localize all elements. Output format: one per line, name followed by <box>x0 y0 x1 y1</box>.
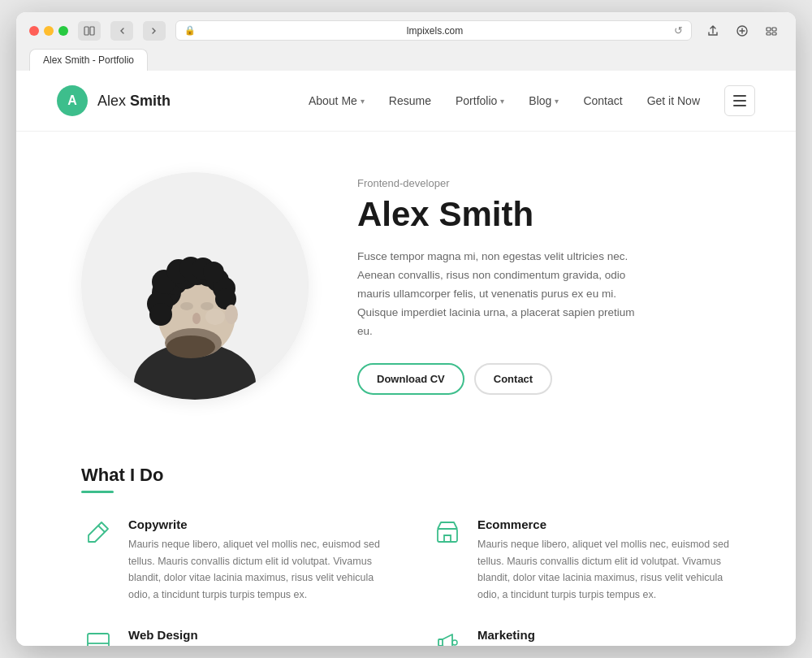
traffic-lights <box>29 26 68 36</box>
service-content-copywrite: Copywrite Mauris neque libero, aliquet v… <box>128 517 382 604</box>
svg-rect-0 <box>84 27 89 35</box>
menu-line-3 <box>733 105 746 106</box>
service-title-marketing: Marketing <box>477 628 731 642</box>
sidebar-toggle-button[interactable] <box>78 21 101 41</box>
nav-resume-link[interactable]: Resume <box>389 94 431 107</box>
nav-portfolio-link[interactable]: Portfolio <box>456 94 497 107</box>
navbar: A Alex Smith About Me ▾ <box>16 71 796 132</box>
browser-chrome: 🔒 lmpixels.com ↺ <box>16 12 796 71</box>
maximize-button[interactable] <box>58 26 68 36</box>
chevron-down-icon: ▾ <box>361 97 365 106</box>
brand-name-bold: Smith <box>130 93 171 109</box>
nav-about-link[interactable]: About Me <box>309 94 357 107</box>
nav-links-list: About Me ▾ Resume Portfolio ▾ <box>309 93 700 108</box>
service-desc-ecommerce: Mauris neque libero, aliquet vel mollis … <box>477 536 731 604</box>
nav-item-getit[interactable]: Get it Now <box>647 93 700 108</box>
section-title: What I Do <box>81 465 731 486</box>
nav-portfolio-dropdown[interactable]: Portfolio ▾ <box>456 94 504 107</box>
address-bar[interactable]: 🔒 lmpixels.com ↺ <box>175 20 692 41</box>
svg-point-27 <box>166 335 215 358</box>
pencil-icon <box>81 517 115 552</box>
hero-image-container <box>81 172 309 400</box>
reload-icon[interactable]: ↺ <box>674 24 683 37</box>
nav-about-dropdown[interactable]: About Me ▾ <box>309 94 365 107</box>
chevron-down-icon-3: ▾ <box>555 97 559 106</box>
download-cv-button[interactable]: Download CV <box>357 363 464 395</box>
browser-tabs: Alex Smith - Portfolio <box>29 49 783 71</box>
monitor-icon <box>81 628 115 647</box>
hero-title: Alex Smith <box>357 196 731 233</box>
nav-blog-link[interactable]: Blog <box>529 94 551 107</box>
forward-button[interactable] <box>143 21 166 41</box>
browser-actions <box>702 21 783 41</box>
brand-initial: A <box>67 93 77 108</box>
megaphone-icon <box>430 628 464 647</box>
service-item-ecommerce: Ecommerce Mauris neque libero, aliquet v… <box>430 517 731 604</box>
tabs-icon[interactable] <box>760 21 783 41</box>
url-text: lmpixels.com <box>201 25 669 37</box>
service-title-ecommerce: Ecommerce <box>477 517 731 531</box>
hero-content: Frontend-developer Alex Smith Fusce temp… <box>357 177 731 396</box>
svg-rect-5 <box>767 32 771 35</box>
nav-item-about[interactable]: About Me ▾ <box>309 94 365 107</box>
svg-rect-6 <box>772 32 776 35</box>
service-item-copywrite: Copywrite Mauris neque libero, aliquet v… <box>81 517 382 604</box>
browser-window: 🔒 lmpixels.com ↺ <box>16 12 796 646</box>
svg-rect-4 <box>772 28 776 31</box>
svg-point-25 <box>203 262 224 283</box>
hero-buttons: Download CV Contact <box>357 363 731 395</box>
svg-rect-1 <box>90 27 94 35</box>
svg-point-32 <box>205 309 225 325</box>
close-button[interactable] <box>29 26 39 36</box>
menu-line-2 <box>733 100 746 102</box>
svg-rect-34 <box>88 634 109 647</box>
brand-name: Alex Smith <box>97 93 171 110</box>
nav-item-resume[interactable]: Resume <box>389 93 431 108</box>
active-tab[interactable]: Alex Smith - Portfolio <box>29 49 148 71</box>
service-title-copywrite: Copywrite <box>128 517 382 531</box>
hero-section: Frontend-developer Alex Smith Fusce temp… <box>16 132 796 448</box>
new-tab-icon[interactable] <box>731 21 754 41</box>
svg-point-20 <box>149 303 172 326</box>
what-i-do-section: What I Do Copywrite Mauris neque libero,… <box>16 448 796 646</box>
nav-contact-link[interactable]: Contact <box>583 94 622 107</box>
share-icon[interactable] <box>702 21 724 41</box>
nav-item-portfolio[interactable]: Portfolio ▾ <box>456 94 504 107</box>
svg-point-30 <box>192 313 201 324</box>
svg-rect-3 <box>767 28 771 31</box>
brand-avatar: A <box>57 85 88 116</box>
svg-point-31 <box>225 305 238 324</box>
contact-button[interactable]: Contact <box>474 363 552 395</box>
nav-item-contact[interactable]: Contact <box>583 93 622 108</box>
page-content: A Alex Smith About Me ▾ <box>16 71 796 646</box>
svg-point-29 <box>201 302 214 310</box>
service-content-ecommerce: Ecommerce Mauris neque libero, aliquet v… <box>477 517 731 604</box>
minimize-button[interactable] <box>44 26 54 36</box>
menu-line-1 <box>733 95 746 97</box>
nav-right: About Me ▾ Resume Portfolio ▾ <box>309 85 755 116</box>
nav-getit-link[interactable]: Get it Now <box>647 94 700 107</box>
section-title-underline <box>81 491 114 493</box>
hero-description: Fusce tempor magna mi, non egestas velit… <box>357 248 650 341</box>
svg-point-35 <box>452 640 457 645</box>
service-content-webdesign: Web Design Mauris neque libero, aliquet … <box>128 628 382 647</box>
lock-icon: 🔒 <box>184 25 196 36</box>
nav-links: About Me ▾ Resume Portfolio ▾ <box>309 93 700 108</box>
chevron-down-icon-2: ▾ <box>500 97 504 106</box>
hero-subtitle: Frontend-developer <box>357 177 731 189</box>
service-desc-copywrite: Mauris neque libero, aliquet vel mollis … <box>128 536 382 604</box>
nav-item-blog[interactable]: Blog ▾ <box>529 94 559 107</box>
service-item-marketing: Marketing Mauris neque libero, aliquet v… <box>430 628 731 647</box>
hamburger-menu-button[interactable] <box>724 85 755 116</box>
back-button[interactable] <box>110 21 133 41</box>
service-content-marketing: Marketing Mauris neque libero, aliquet v… <box>477 628 731 647</box>
person-illustration <box>81 172 309 400</box>
service-item-webdesign: Web Design Mauris neque libero, aliquet … <box>81 628 382 647</box>
store-icon <box>430 517 464 552</box>
svg-point-28 <box>180 302 193 310</box>
brand: A Alex Smith <box>57 85 171 116</box>
hero-avatar <box>81 172 309 400</box>
nav-blog-dropdown[interactable]: Blog ▾ <box>529 94 559 107</box>
services-grid: Copywrite Mauris neque libero, aliquet v… <box>81 517 731 646</box>
brand-name-regular: Alex <box>97 93 130 109</box>
